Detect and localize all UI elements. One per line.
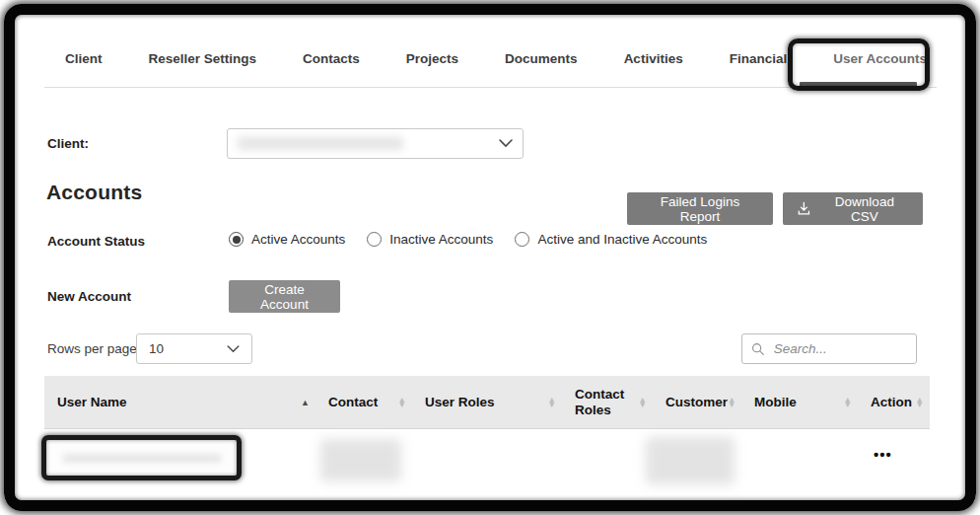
- radio-active-accounts-label: Active Accounts: [251, 232, 345, 247]
- customer-redacted-value: [646, 437, 735, 484]
- tab-projects[interactable]: Projects: [406, 51, 458, 66]
- column-header-user-name[interactable]: User Name ▲: [44, 376, 315, 428]
- page-title: Accounts: [46, 181, 142, 204]
- download-icon: [797, 201, 811, 216]
- column-label: Mobile: [754, 395, 797, 410]
- cell-user-name: [44, 429, 315, 490]
- column-label: Customer: [665, 395, 728, 410]
- account-status-radio-group: Active Accounts Inactive Accounts Active…: [229, 232, 707, 247]
- radio-selected-icon[interactable]: [229, 232, 244, 247]
- column-label: Action: [871, 395, 912, 410]
- cell-user-roles: [412, 429, 562, 490]
- download-csv-button[interactable]: Download CSV: [783, 192, 923, 225]
- cell-customer: [653, 429, 741, 490]
- contact-redacted-value: [320, 439, 401, 481]
- sort-icon[interactable]: ▲▼: [548, 398, 556, 406]
- column-header-customer[interactable]: Customer ▲▼: [653, 376, 741, 428]
- radio-inactive-accounts[interactable]: Inactive Accounts: [367, 232, 493, 247]
- column-header-mobile[interactable]: Mobile ▲▼: [741, 376, 858, 428]
- column-label: User Roles: [425, 395, 495, 410]
- tab-reseller-settings[interactable]: Reseller Settings: [149, 51, 257, 66]
- cell-contact-roles: [562, 429, 653, 490]
- chevron-down-icon: [499, 139, 513, 148]
- sort-icon[interactable]: ▲▼: [639, 398, 647, 406]
- rows-per-page-select[interactable]: 10: [136, 333, 252, 364]
- client-dropdown-redacted-value: [238, 137, 403, 150]
- radio-active-accounts[interactable]: Active Accounts: [229, 232, 345, 247]
- column-label: Contact Roles: [575, 387, 639, 417]
- cell-action: •••: [858, 429, 930, 490]
- table-header-row: User Name ▲ Contact ▲▼ User Roles ▲▼ Con…: [44, 376, 930, 429]
- sort-icon[interactable]: ▲▼: [398, 398, 406, 406]
- tab-user-accounts[interactable]: User Accounts: [833, 51, 927, 66]
- column-header-action[interactable]: Action ▲▼: [858, 376, 930, 428]
- column-label: Contact: [328, 395, 378, 410]
- client-dropdown[interactable]: [227, 128, 524, 159]
- sort-icon[interactable]: ▲▼: [916, 398, 924, 406]
- account-status-label: Account Status: [47, 234, 145, 249]
- column-header-user-roles[interactable]: User Roles ▲▼: [412, 376, 562, 428]
- row-actions-menu-button[interactable]: •••: [874, 446, 892, 463]
- tab-bar: Client Reseller Settings Contacts Projec…: [65, 51, 927, 66]
- sort-ascending-icon[interactable]: ▲: [301, 398, 310, 407]
- tab-activities[interactable]: Activities: [624, 51, 683, 66]
- create-account-button[interactable]: Create Account: [229, 280, 340, 313]
- new-account-label: New Account: [47, 289, 131, 304]
- user-name-redacted-value: [63, 454, 221, 463]
- tab-financial[interactable]: Financial: [730, 51, 788, 66]
- radio-inactive-accounts-label: Inactive Accounts: [389, 232, 493, 247]
- radio-unselected-icon[interactable]: [515, 232, 529, 247]
- chevron-down-icon: [227, 345, 240, 353]
- failed-logins-report-label: Failed Logins Report: [641, 194, 759, 224]
- create-account-label: Create Account: [243, 282, 326, 312]
- radio-active-and-inactive-accounts-label: Active and Inactive Accounts: [537, 232, 707, 247]
- cell-mobile: [741, 429, 858, 490]
- column-label: User Name: [57, 395, 127, 410]
- screenshot-canvas: Client Reseller Settings Contacts Projec…: [0, 0, 980, 515]
- download-csv-label: Download CSV: [820, 194, 909, 224]
- radio-unselected-icon[interactable]: [367, 232, 382, 247]
- table-row[interactable]: •••: [44, 429, 930, 490]
- column-header-contact-roles[interactable]: Contact Roles ▲▼: [562, 376, 653, 428]
- search-icon: [751, 341, 765, 357]
- client-filter-label: Client:: [47, 136, 89, 151]
- cell-contact: [315, 429, 412, 490]
- column-header-contact[interactable]: Contact ▲▼: [315, 376, 412, 428]
- annotation-box-user-name: [41, 435, 242, 480]
- tab-documents[interactable]: Documents: [505, 51, 578, 66]
- sort-icon[interactable]: ▲▼: [728, 398, 735, 406]
- tab-contacts[interactable]: Contacts: [303, 51, 360, 66]
- rows-per-page-label: Rows per page:: [47, 341, 141, 356]
- tab-client[interactable]: Client: [65, 51, 103, 66]
- search-input[interactable]: [772, 340, 907, 357]
- sort-icon[interactable]: ▲▼: [844, 398, 852, 406]
- rows-per-page-value: 10: [149, 341, 164, 356]
- radio-active-and-inactive-accounts[interactable]: Active and Inactive Accounts: [515, 232, 707, 247]
- search-box: [741, 333, 917, 364]
- failed-logins-report-button[interactable]: Failed Logins Report: [627, 192, 773, 225]
- active-tab-indicator: [800, 82, 917, 89]
